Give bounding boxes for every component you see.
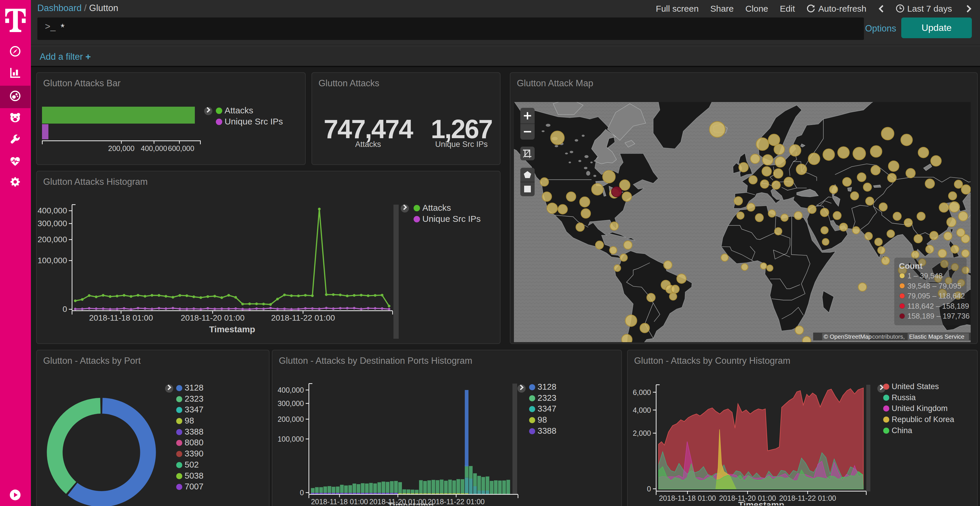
svg-text:79,095 – 118,642: 79,095 – 118,642 [907,292,965,300]
svg-text:200,000: 200,000 [108,144,134,152]
svg-text:1 – 39,548: 1 – 39,548 [907,272,943,280]
svg-text:2018-11-18 01:00: 2018-11-18 01:00 [311,498,368,505]
svg-text:2,000: 2,000 [633,429,651,437]
svg-text:39,548 – 79,095: 39,548 – 79,095 [907,282,961,290]
svg-text:Elastic Maps Service: Elastic Maps Service [909,333,964,340]
svg-text:6,000: 6,000 [633,388,651,397]
svg-text:400,000: 400,000 [38,206,67,215]
svg-text:100,000: 100,000 [278,435,304,443]
svg-text:400,000: 400,000 [278,386,304,394]
svg-text:600,000: 600,000 [168,144,194,152]
svg-text:2018-11-22 01:00: 2018-11-22 01:00 [779,494,836,502]
svg-text:Timestamp: Timestamp [738,500,784,505]
svg-text:300,000: 300,000 [38,219,67,228]
svg-text:4,000: 4,000 [633,406,651,414]
svg-text:300,000: 300,000 [278,399,304,408]
svg-text:© OpenStreetMap: © OpenStreetMap [824,333,872,340]
svg-text:200,000: 200,000 [38,235,67,244]
svg-text:0: 0 [300,489,304,496]
svg-text:Timestamp: Timestamp [209,324,255,334]
svg-text:2018-11-18 01:00: 2018-11-18 01:00 [89,313,153,322]
svg-text:2018-11-22 01:00: 2018-11-22 01:00 [428,498,485,505]
svg-text:118,642 – 158,189: 118,642 – 158,189 [907,302,969,310]
svg-text:2018-11-22 01:00: 2018-11-22 01:00 [271,313,335,322]
svg-text:400,000: 400,000 [141,144,167,152]
svg-text:2018-11-18 01:00: 2018-11-18 01:00 [659,494,716,502]
svg-text:0: 0 [62,305,67,314]
svg-text:Count: Count [899,262,923,271]
svg-text:0: 0 [647,485,651,493]
svg-text:2018-11-20 01:00: 2018-11-20 01:00 [181,313,245,322]
svg-text:contributors,: contributors, [872,333,905,340]
svg-text:200,000: 200,000 [278,415,304,423]
svg-text:158,189 – 197,736: 158,189 – 197,736 [907,312,970,320]
svg-text:Timestamp: Timestamp [388,500,434,505]
svg-text:100,000: 100,000 [38,256,67,265]
